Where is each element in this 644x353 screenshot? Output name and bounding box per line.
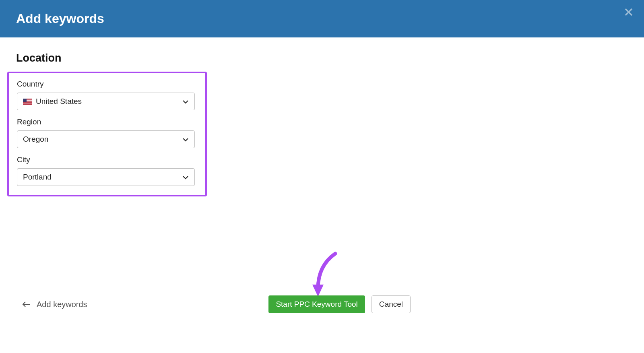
chevron-down-icon [182,173,189,182]
city-value: Portland [23,173,52,182]
start-ppc-keyword-tool-button[interactable]: Start PPC Keyword Tool [268,295,365,313]
country-label: Country [17,80,197,89]
region-field-group: Region Oregon [17,118,197,148]
city-label: City [17,155,197,164]
location-highlight-box: Country United States Region Oregon City [7,72,207,196]
country-field-group: Country United States [17,80,197,110]
modal-header: Add keywords [0,0,644,37]
region-select[interactable]: Oregon [17,130,195,148]
region-value: Oregon [23,135,48,144]
close-button[interactable] [622,6,635,19]
modal-body: Location Country United States Region Or… [0,37,644,196]
close-icon [624,7,634,17]
region-label: Region [17,118,197,126]
location-section-title: Location [16,52,628,64]
chevron-down-icon [182,135,189,144]
city-field-group: City Portland [17,155,197,186]
annotation-arrow-icon [309,252,345,300]
back-link[interactable]: Add keywords [22,300,87,309]
svg-marker-2 [312,285,324,297]
us-flag-icon [23,99,32,105]
country-select[interactable]: United States [17,93,195,110]
cancel-button[interactable]: Cancel [372,295,411,313]
modal-footer: Add keywords Start PPC Keyword Tool Canc… [0,295,443,313]
chevron-down-icon [182,97,189,106]
country-value: United States [36,97,82,106]
arrow-left-icon [22,301,31,308]
modal-title: Add keywords [16,11,104,26]
back-link-label: Add keywords [37,300,87,309]
footer-actions: Start PPC Keyword Tool Cancel [268,295,443,313]
city-select[interactable]: Portland [17,168,195,186]
